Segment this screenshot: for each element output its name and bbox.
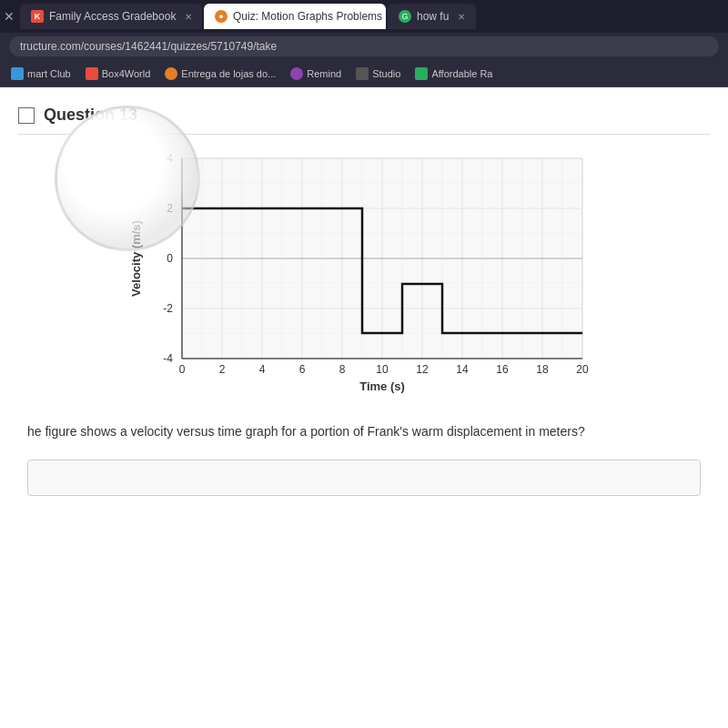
- motion-graph: 4 2 0 -2 -4 0 2 4 6 8 10 12 14 16 18 2: [127, 149, 601, 404]
- svg-text:0: 0: [167, 252, 173, 265]
- bookmark-affordable[interactable]: Affordable Ra: [411, 66, 496, 82]
- graph-wrapper: 4 2 0 -2 -4 0 2 4 6 8 10 12 14 16 18 2: [127, 149, 601, 404]
- tab-gradebook[interactable]: K Family Access Gradebook ✕: [20, 4, 202, 29]
- question-header: Question 13: [18, 106, 710, 135]
- svg-text:Velocity (m/s): Velocity (m/s): [129, 220, 143, 297]
- bookmarks-bar: mart Club Box4World Entrega de lojas do.…: [0, 60, 728, 87]
- box4world-label: Box4World: [102, 68, 151, 79]
- gradebook-tab-label: Family Access Gradebook: [49, 10, 176, 23]
- svg-text:8: 8: [339, 363, 346, 376]
- bookmark-studio[interactable]: Studio: [352, 66, 404, 82]
- page-content: Question 13: [0, 87, 728, 505]
- svg-text:-4: -4: [163, 352, 173, 365]
- svg-text:14: 14: [456, 363, 469, 376]
- svg-text:4: 4: [167, 152, 173, 165]
- address-input[interactable]: [9, 36, 719, 56]
- answer-area: [18, 460, 710, 496]
- svg-text:4: 4: [259, 363, 266, 376]
- bookmark-mart-club[interactable]: mart Club: [7, 66, 75, 82]
- entrega-icon: [165, 67, 177, 80]
- quiz-tab-label: Quiz: Motion Graphs Problems: [233, 10, 382, 23]
- svg-text:2: 2: [167, 202, 173, 215]
- affordable-icon: [415, 67, 428, 80]
- svg-text:0: 0: [179, 363, 186, 376]
- tab-how[interactable]: G how fu ✕: [388, 4, 476, 29]
- question-container: Question 13: [0, 87, 728, 505]
- bookmark-remind[interactable]: Remind: [287, 66, 345, 82]
- remind-label: Remind: [307, 68, 341, 79]
- studio-icon: [356, 67, 369, 80]
- gradebook-tab-icon: K: [31, 10, 44, 23]
- how-tab-label: how fu: [417, 10, 449, 23]
- browser-chrome: ✕ K Family Access Gradebook ✕ ● Quiz: Mo…: [0, 0, 728, 87]
- gradebook-tab-close[interactable]: ✕: [185, 12, 192, 22]
- remind-icon: [290, 67, 303, 80]
- svg-text:10: 10: [376, 363, 389, 376]
- svg-text:16: 16: [496, 363, 509, 376]
- bookmark-entrega[interactable]: Entrega de lojas do...: [161, 66, 279, 82]
- window-close-button[interactable]: ✕: [4, 9, 15, 24]
- quiz-tab-icon: ●: [215, 10, 228, 23]
- svg-text:Time (s): Time (s): [359, 379, 405, 393]
- graph-area: 4 2 0 -2 -4 0 2 4 6 8 10 12 14 16 18 2: [18, 149, 710, 404]
- question-title: Question 13: [44, 106, 137, 125]
- studio-label: Studio: [372, 68, 400, 79]
- mart-club-label: mart Club: [27, 68, 71, 79]
- how-tab-icon: G: [399, 10, 411, 23]
- affordable-label: Affordable Ra: [431, 68, 492, 79]
- question-checkbox[interactable]: [18, 107, 35, 124]
- svg-text:12: 12: [416, 363, 429, 376]
- answer-box[interactable]: [27, 460, 701, 496]
- svg-text:18: 18: [536, 363, 549, 376]
- tab-bar: ✕ K Family Access Gradebook ✕ ● Quiz: Mo…: [0, 0, 728, 33]
- mart-club-icon: [11, 67, 24, 80]
- svg-text:6: 6: [299, 363, 306, 376]
- bookmark-box4world[interactable]: Box4World: [82, 66, 155, 82]
- entrega-label: Entrega de lojas do...: [181, 68, 276, 79]
- address-bar: [0, 33, 728, 60]
- box4world-icon: [86, 67, 98, 80]
- svg-text:20: 20: [576, 363, 589, 376]
- svg-text:2: 2: [219, 363, 226, 376]
- svg-text:-2: -2: [163, 302, 173, 315]
- how-tab-close[interactable]: ✕: [458, 12, 465, 22]
- question-text: he figure shows a velocity versus time g…: [18, 422, 710, 441]
- tab-quiz[interactable]: ● Quiz: Motion Graphs Problems ✕: [204, 4, 386, 29]
